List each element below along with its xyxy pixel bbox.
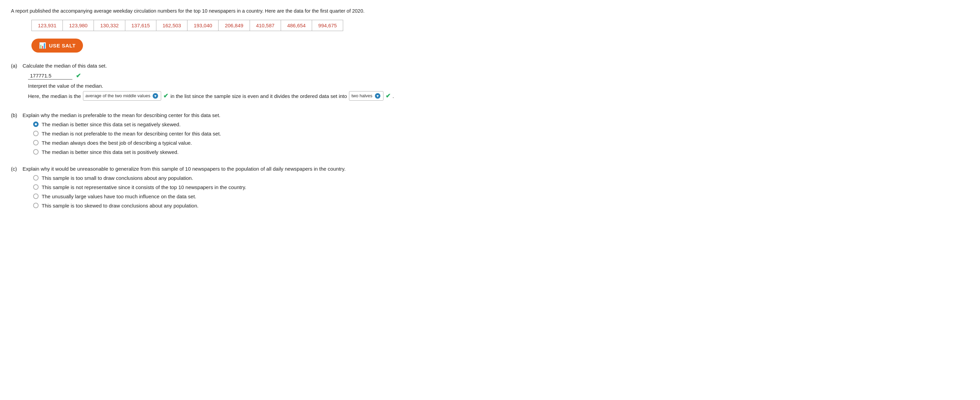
salt-button-label: USE SALT	[49, 43, 76, 48]
radio-label: The median is better since this data set…	[42, 149, 178, 155]
section-a: (a) Calculate the median of this data se…	[11, 63, 481, 102]
median-input[interactable]	[28, 72, 72, 79]
radio-item[interactable]: The median is not preferable to the mean…	[33, 131, 481, 137]
data-cell: 137,615	[125, 20, 156, 31]
check-mark-a: ✔	[76, 72, 81, 79]
radio-label: The median is not preferable to the mean…	[42, 131, 221, 137]
interpret-inline-row: Here, the median is the average of the t…	[28, 91, 481, 102]
radio-circle	[33, 140, 38, 145]
data-table: 123,931123,980130,332137,615162,503193,0…	[32, 20, 343, 31]
use-salt-button[interactable]: 📊 USE SALT	[32, 38, 83, 52]
section-c-label: (c) Explain why it would be unreasonable…	[11, 166, 481, 171]
dropdown-two-halves[interactable]: two halves ▾	[349, 91, 383, 101]
radio-item[interactable]: This sample is too small to draw conclus…	[33, 175, 481, 181]
data-cell: 206,849	[218, 20, 250, 31]
section-a-letter: (a)	[11, 63, 20, 68]
radio-circle	[33, 194, 38, 199]
radio-item[interactable]: This sample is not representative since …	[33, 184, 481, 190]
radio-label: The unusually large values have too much…	[42, 194, 196, 199]
radio-label: This sample is too skewed to draw conclu…	[42, 203, 198, 208]
section-b-question: Explain why the median is preferable to …	[22, 112, 220, 118]
data-cell: 486,654	[281, 20, 312, 31]
radio-item[interactable]: This sample is too skewed to draw conclu…	[33, 203, 481, 208]
radio-circle	[33, 184, 38, 190]
section-c-letter: (c)	[11, 166, 20, 171]
radio-item[interactable]: The unusually large values have too much…	[33, 194, 481, 199]
section-b-options: The median is better since this data set…	[33, 122, 481, 155]
section-c-options: This sample is too small to draw conclus…	[33, 175, 481, 208]
radio-label: This sample is too small to draw conclus…	[42, 175, 193, 181]
radio-item[interactable]: The median always does the best job of d…	[33, 140, 481, 146]
section-c-question: Explain why it would be unreasonable to …	[22, 166, 345, 171]
radio-circle	[33, 149, 38, 155]
data-cell: 994,675	[312, 20, 343, 31]
salt-icon: 📊	[39, 42, 46, 49]
data-cell: 130,332	[94, 20, 125, 31]
interpret-label: Interpret the value of the median.	[28, 83, 481, 89]
radio-label: The median always does the best job of d…	[42, 140, 192, 146]
inline-middle: in the list since the sample size is eve…	[170, 92, 347, 101]
dropdown-middle-values[interactable]: average of the two middle values ▾	[83, 91, 161, 101]
section-b-letter: (b)	[11, 112, 20, 118]
data-cell: 123,931	[32, 20, 63, 31]
period: .	[393, 92, 394, 101]
inline-prefix: Here, the median is the	[28, 92, 81, 101]
radio-circle	[33, 122, 38, 127]
data-cell: 123,980	[63, 20, 94, 31]
data-cell: 193,040	[188, 20, 218, 31]
dropdown2-value: two halves	[352, 92, 372, 100]
section-a-label: (a) Calculate the median of this data se…	[11, 63, 481, 68]
data-cell: 162,503	[156, 20, 187, 31]
check-mark-d2: ✔	[385, 91, 391, 102]
radio-item[interactable]: The median is better since this data set…	[33, 149, 481, 155]
radio-circle	[33, 175, 38, 181]
section-a-question: Calculate the median of this data set.	[22, 63, 107, 68]
radio-item[interactable]: The median is better since this data set…	[33, 122, 481, 127]
section-c: (c) Explain why it would be unreasonable…	[11, 166, 481, 208]
check-mark-d1: ✔	[163, 91, 168, 102]
intro-text: A report published the accompanying aver…	[11, 8, 481, 14]
data-cell: 410,587	[250, 20, 281, 31]
radio-label: The median is better since this data set…	[42, 122, 181, 127]
section-b: (b) Explain why the median is preferable…	[11, 112, 481, 155]
dropdown1-value: average of the two middle values	[85, 92, 150, 100]
dropdown2-icon: ▾	[375, 93, 380, 98]
section-b-label: (b) Explain why the median is preferable…	[11, 112, 481, 118]
answer-row-a: ✔	[28, 72, 481, 79]
radio-circle	[33, 131, 38, 136]
radio-label: This sample is not representative since …	[42, 184, 246, 190]
radio-circle	[33, 203, 38, 208]
dropdown1-icon: ▾	[153, 93, 158, 98]
